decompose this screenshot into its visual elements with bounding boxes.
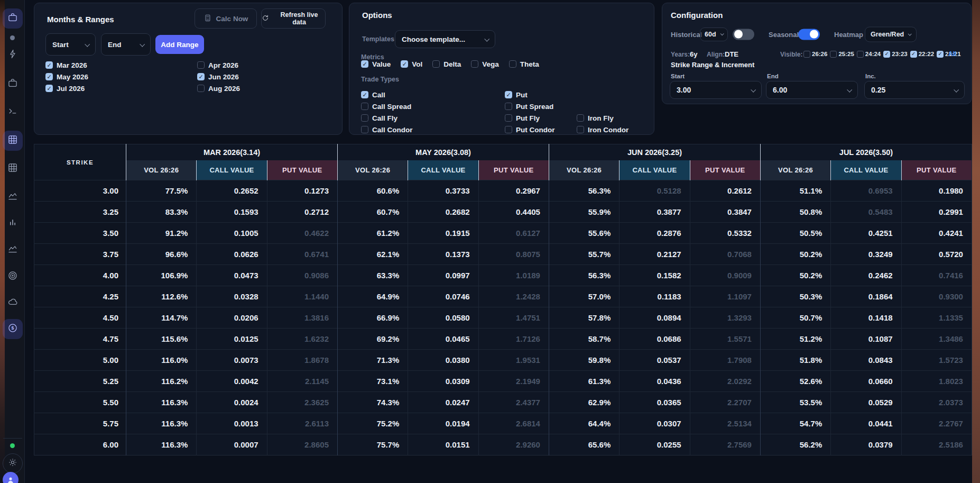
trade-type-checkbox-call[interactable]: ✓Call — [361, 89, 505, 100]
vol-cell: 65.6% — [549, 434, 619, 455]
call-value-cell: 0.0436 — [620, 371, 690, 392]
sidebar-item-target[interactable] — [3, 268, 23, 286]
trade-type-checkbox-iron-fly[interactable]: Iron Fly — [577, 113, 628, 123]
metric-checkbox-vega[interactable]: Vega — [471, 59, 499, 69]
checkbox-checked[interactable]: ✓ — [505, 91, 512, 98]
checkbox-checked[interactable]: ✓ — [197, 73, 205, 80]
checkbox-unchecked[interactable] — [361, 103, 368, 110]
sidebar-item-briefcase-alt[interactable] — [3, 75, 23, 93]
checkbox-unchecked[interactable] — [197, 61, 205, 69]
sidebar-item-terminal[interactable] — [3, 103, 23, 121]
trade-type-checkbox-put[interactable]: ✓Put — [505, 89, 577, 100]
checkbox-unchecked[interactable] — [471, 60, 478, 68]
checkbox-unchecked[interactable] — [803, 51, 810, 58]
checkbox-unchecked[interactable] — [197, 85, 205, 92]
visible-checkbox-22-22[interactable]: ✓22:22 — [910, 50, 934, 58]
checkbox-unchecked[interactable] — [505, 126, 512, 133]
strike-cell: 3.00 — [34, 180, 126, 202]
month-checkbox-apr-2026[interactable]: Apr 2026 — [197, 60, 240, 70]
trade-type-checkbox-call-spread[interactable]: Call Spread — [361, 101, 505, 112]
checkbox-checked[interactable]: ✓ — [45, 61, 53, 69]
configuration-toggles-row: Historical 60d Seasonal Heatmap Green/Re… — [662, 27, 971, 41]
heatmap-dropdown[interactable]: Green/Red — [865, 26, 917, 42]
strike-end-dropdown[interactable]: 6.00 — [766, 81, 858, 99]
sidebar-item-area-chart[interactable] — [3, 241, 23, 259]
call-value-cell: 0.0151 — [408, 434, 478, 455]
checkbox-checked[interactable]: ✓ — [45, 73, 53, 80]
month-checkbox-aug-2026[interactable]: Aug 2026 — [197, 83, 240, 94]
checkbox-checked[interactable]: ✓ — [937, 51, 944, 58]
trade-type-checkbox-put-condor[interactable]: Put Condor — [505, 124, 577, 135]
call-value-cell: 0.1183 — [620, 286, 690, 307]
checkbox-checked[interactable]: ✓ — [883, 51, 890, 58]
metric-checkbox-theta[interactable]: Theta — [509, 59, 539, 69]
add-range-button[interactable]: Add Range — [155, 35, 204, 54]
month-checkbox-may-2026[interactable]: ✓May 2026 — [45, 71, 197, 82]
checkbox-unchecked[interactable] — [509, 60, 516, 68]
put-value-cell: 0.1273 — [267, 180, 337, 202]
visible-checkbox-26-26[interactable]: 26:26 — [803, 50, 827, 58]
checkbox-checked[interactable]: ✓ — [361, 60, 368, 68]
sidebar-item-line-chart[interactable] — [3, 188, 23, 206]
checkbox-unchecked[interactable] — [577, 114, 584, 122]
seasonal-toggle[interactable] — [798, 29, 820, 40]
calc-now-button[interactable]: Calc Now — [195, 8, 257, 29]
refresh-live-data-button[interactable]: Refresh live data — [261, 8, 326, 29]
sidebar-item-grid[interactable] — [3, 131, 23, 151]
call-value-cell: 0.4251 — [831, 223, 901, 244]
checkbox-unchecked[interactable] — [505, 103, 512, 110]
sidebar-item-briefcase[interactable] — [3, 8, 23, 29]
checkbox-checked[interactable]: ✓ — [361, 91, 368, 98]
bar-chart-icon — [7, 217, 18, 230]
sidebar-item-cloud[interactable] — [3, 294, 23, 312]
checkbox-label: Call Spread — [372, 103, 411, 111]
sidebar-item-dollar[interactable]: $ — [3, 319, 23, 339]
historical-window-dropdown[interactable]: 60d — [700, 28, 728, 41]
month-checkbox-jun-2026[interactable]: ✓Jun 2026 — [197, 71, 240, 82]
checkbox-unchecked[interactable] — [505, 114, 512, 122]
strike-increment-dropdown[interactable]: 0.25 — [864, 81, 965, 99]
checkbox-checked[interactable]: ✓ — [401, 60, 408, 68]
sidebar-item-grid-alt[interactable] — [3, 160, 23, 178]
user-avatar[interactable] — [3, 472, 19, 483]
table-row: 5.25116.2%0.00422.114573.1%0.03092.19496… — [34, 371, 972, 392]
visible-all-link[interactable]: All — [948, 50, 956, 58]
table-row: 3.2583.3%0.15930.271260.7%0.26820.440555… — [34, 202, 972, 223]
month-checkbox-mar-2026[interactable]: ✓Mar 2026 — [45, 60, 197, 70]
checkbox-unchecked[interactable] — [577, 126, 584, 133]
checkbox-checked[interactable]: ✓ — [45, 85, 53, 92]
vol-cell: 61.2% — [337, 223, 408, 244]
checkbox-unchecked[interactable] — [361, 114, 368, 122]
heatmap-label: Heatmap — [834, 30, 863, 38]
trade-type-checkbox-put-spread[interactable]: Put Spread — [505, 101, 577, 112]
metric-checkbox-vol[interactable]: ✓Vol — [401, 59, 422, 69]
trade-type-checkbox-put-fly[interactable]: Put Fly — [505, 113, 577, 123]
month-checkbox-jul-2026[interactable]: ✓Jul 2026 — [45, 83, 197, 94]
checkbox-checked[interactable]: ✓ — [910, 51, 917, 58]
sidebar-item-bar-chart[interactable] — [3, 214, 23, 232]
options-panel: Options Templates Choose template... Met… — [349, 3, 654, 135]
strike-cell: 4.50 — [34, 307, 126, 329]
trade-type-checkbox-call-condor[interactable]: Call Condor — [361, 124, 505, 135]
metric-checkbox-delta[interactable]: Delta — [432, 59, 461, 69]
template-dropdown[interactable]: Choose template... — [395, 30, 495, 48]
checkbox-unchecked[interactable] — [830, 51, 837, 58]
checkbox-unchecked[interactable] — [361, 126, 368, 133]
sidebar-item-lightning[interactable] — [3, 46, 23, 64]
call-value-cell: 0.1005 — [197, 223, 267, 244]
vol-cell: 51.1% — [760, 180, 830, 202]
visible-checkbox-24-24[interactable]: 24:24 — [857, 50, 881, 58]
checkbox-unchecked[interactable] — [432, 60, 440, 68]
trade-type-checkbox-call-fly[interactable]: Call Fly — [361, 113, 505, 123]
historical-toggle[interactable] — [733, 29, 754, 40]
settings-button[interactable] — [3, 453, 23, 473]
checkbox-unchecked[interactable] — [857, 51, 864, 58]
visible-checkbox-23-23[interactable]: ✓23:23 — [883, 50, 907, 58]
visible-checkbox-25-25[interactable]: 25:25 — [830, 50, 854, 58]
trade-type-checkbox-iron-condor[interactable]: Iron Condor — [577, 124, 628, 135]
start-month-dropdown[interactable]: Start — [45, 33, 96, 56]
strike-start-dropdown[interactable]: 3.00 — [670, 81, 762, 99]
end-month-dropdown[interactable]: End — [101, 33, 151, 56]
vol-cell: 51.2% — [760, 329, 830, 350]
metric-checkbox-value[interactable]: ✓Value — [361, 59, 391, 69]
